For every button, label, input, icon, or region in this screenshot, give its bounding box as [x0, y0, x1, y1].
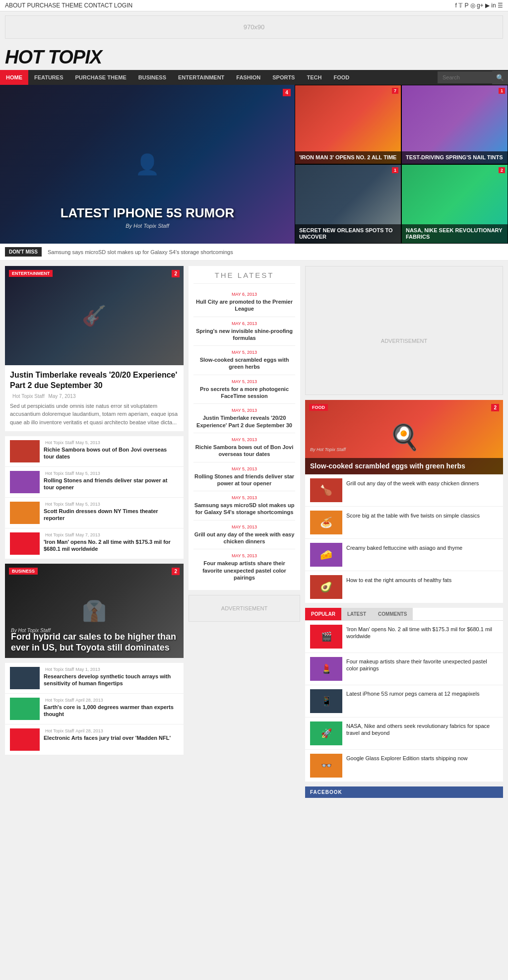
small-title-4[interactable]: 'Iron Man' opens No. 2 all time with $17… — [44, 538, 179, 553]
nav-food[interactable]: FOOD — [327, 70, 355, 85]
latest-item-title-4[interactable]: Pro secrets for a more photogenic FaceTi… — [193, 386, 295, 400]
tab-latest[interactable]: LATEST — [341, 608, 372, 620]
food-img[interactable]: 🍳 FOOD 2 By Hot Topix Staff Slow-cooked … — [305, 400, 503, 474]
pop-thumb-1[interactable]: 🎬 — [310, 625, 342, 649]
tab-popular[interactable]: POPULAR — [305, 608, 341, 620]
latest-item-title-8[interactable]: Samsung says microSD slot makes up for G… — [193, 502, 295, 516]
food-thumb-3[interactable]: 🧀 — [310, 543, 342, 567]
pop-title-3[interactable]: Latest iPhone 5S rumor pegs camera at 12… — [346, 690, 479, 697]
biz-small-article-1: Hot Topix StaffMay 1, 2013 Researchers d… — [5, 663, 184, 694]
latest-item-title-6[interactable]: Richie Sambora bows out of Bon Jovi over… — [193, 444, 295, 458]
hero-grid-item-3[interactable]: 1 SECRET NEW ORLEANS SPOTS TO UNCOVER — [295, 164, 401, 244]
hero-grid-item-2[interactable]: 1 TEST-DRIVING SPRING'S NAIL TINTS — [401, 85, 508, 164]
mid-ad: ADVERTISEMENT — [189, 595, 300, 622]
food-item-title-2[interactable]: Score big at the table with five twists … — [346, 512, 480, 519]
pop-title-4[interactable]: NASA, Nike and others seek revolutionary… — [346, 722, 498, 737]
nav-features[interactable]: FEATURES — [28, 70, 69, 85]
instagram-icon[interactable]: ◎ — [470, 2, 475, 9]
tab-comments[interactable]: COMMENTS — [372, 608, 413, 620]
hero-grid-title-2: TEST-DRIVING SPRING'S NAIL TINTS — [406, 154, 504, 161]
small-title-3[interactable]: Scott Rudin dresses down NY Times theate… — [44, 508, 179, 522]
pop-title-1[interactable]: 'Iron Man' opens No. 2 all time with $17… — [346, 626, 498, 640]
youtube-icon[interactable]: ▶ — [485, 2, 490, 9]
nav-contact[interactable]: CONTACT — [84, 2, 113, 9]
small-art-content-3: Hot Topix StaffMay 5, 2013 Scott Rudin d… — [44, 502, 179, 522]
food-thumb-2[interactable]: 🍝 — [310, 511, 342, 534]
pop-title-5[interactable]: Google Glass Explorer Edition starts shi… — [346, 755, 468, 762]
food-item-title-1[interactable]: Grill out any day of the week with easy … — [346, 480, 479, 487]
nav-sports[interactable]: SPORTS — [266, 70, 301, 85]
entertainment-date: May 7, 2013 — [48, 393, 75, 399]
site-logo[interactable]: HOT TOPIX — [5, 47, 503, 68]
ad-banner: 970x90 — [5, 15, 503, 39]
nav-purchase[interactable]: PURCHASE THEME — [27, 2, 82, 9]
hero-grid-item-4[interactable]: 2 NASA, NIKE SEEK REVOLUTIONARY FABRICS — [401, 164, 508, 244]
biz-title-2[interactable]: Earth's core is 1,000 degrees warmer tha… — [44, 704, 179, 718]
facebook-icon[interactable]: f — [455, 2, 456, 9]
hero-grid-badge-1: 7 — [392, 88, 398, 94]
small-title-1[interactable]: Richie Sambora bows out of Bon Jovi over… — [44, 446, 179, 460]
entertainment-feat-title[interactable]: Justin Timberlake reveals '20/20 Experie… — [10, 370, 179, 391]
latest-item-title-5[interactable]: Justin Timberlake reveals '20/20 Experie… — [193, 414, 295, 429]
food-feat-title[interactable]: Slow-cooked scrambled eggs with green he… — [310, 462, 498, 470]
search-button[interactable]: 🔍 — [492, 71, 508, 84]
pop-thumb-4[interactable]: 🚀 — [310, 721, 342, 745]
latest-item-title-9[interactable]: Grill out any day of the week with easy … — [193, 531, 295, 545]
biz-feat-title[interactable]: Ford hybrid car sales to be higher than … — [11, 632, 178, 653]
hero-title: LATEST IPHONE 5S RUMOR By Hot Topix Staf… — [7, 205, 287, 229]
small-thumb-3[interactable] — [10, 502, 40, 524]
nav-entertainment[interactable]: ENTERTAINMENT — [172, 70, 230, 85]
latest-item-title-2[interactable]: Spring's new invisible shine-proofing fo… — [193, 327, 295, 342]
dont-miss-text[interactable]: Samsung says microSD slot makes up for G… — [48, 249, 233, 255]
nav-search: 🔍 — [438, 71, 508, 84]
food-thumb-1[interactable]: 🍗 — [310, 478, 342, 502]
small-thumb-2[interactable] — [10, 471, 40, 493]
small-thumb-4[interactable] — [10, 532, 40, 555]
hero-main[interactable]: 👤 4 LATEST IPHONE 5S RUMOR By Hot Topix … — [0, 85, 295, 244]
hero-grid-title-3: SECRET NEW ORLEANS SPOTS TO UNCOVER — [299, 227, 397, 240]
hero-grid-badge-2: 1 — [499, 88, 505, 94]
food-item-title-4[interactable]: How to eat the right amounts of healthy … — [346, 577, 451, 584]
biz-img[interactable]: 👔 BUSINESS 2 By Hot Topix Staff Ford hyb… — [5, 564, 184, 658]
nav-business[interactable]: BUSINESS — [132, 70, 172, 85]
entertainment-num-badge: 2 — [172, 270, 180, 277]
latest-item-title-3[interactable]: Slow-cooked scrambled eggs with green he… — [193, 356, 295, 371]
biz-num-badge: 2 — [172, 568, 180, 575]
nav-fashion[interactable]: FASHION — [230, 70, 266, 85]
search-input[interactable] — [438, 71, 492, 83]
food-thumb-4[interactable]: 🥑 — [310, 575, 342, 599]
biz-thumb-3[interactable] — [10, 728, 40, 751]
nav-home[interactable]: HOME — [0, 70, 28, 85]
food-item-title-3[interactable]: Creamy baked fettuccine with asiago and … — [346, 544, 462, 551]
pinterest-icon[interactable]: P — [464, 2, 468, 9]
nav-login[interactable]: LOGIN — [114, 2, 132, 9]
entertainment-feat-img[interactable]: 🎸 ENTERTAINMENT 2 — [5, 266, 184, 365]
google-plus-icon[interactable]: g+ — [477, 2, 484, 9]
pop-thumb-3[interactable]: 📱 — [310, 689, 342, 713]
latest-item-title-1[interactable]: Hull City are promoted to the Premier Le… — [193, 298, 295, 313]
small-thumb-1[interactable] — [10, 440, 40, 462]
hero-grid-item-1[interactable]: 7 'IRON MAN 3' OPENS NO. 2 ALL TIME — [295, 85, 401, 164]
small-date-2: May 5, 2013 — [75, 471, 100, 476]
nav-about[interactable]: ABOUT — [5, 2, 25, 9]
linkedin-icon[interactable]: in — [491, 2, 496, 9]
pop-title-2[interactable]: Four makeup artists share their favorite… — [346, 658, 498, 672]
latest-item-title-7[interactable]: Rolling Stones and friends deliver star … — [193, 473, 295, 487]
biz-thumb-1[interactable] — [10, 667, 40, 689]
latest-item-title-10[interactable]: Four makeup artists share their favorite… — [193, 560, 295, 581]
latest-item-5: May 5, 2013 Justin Timberlake reveals '2… — [193, 404, 295, 433]
entertainment-cat-badge: ENTERTAINMENT — [9, 270, 53, 277]
pop-thumb-2[interactable]: 💄 — [310, 657, 342, 681]
biz-title-1[interactable]: Researchers develop synthetic touch arra… — [44, 673, 179, 687]
latest-date-8: May 5, 2013 — [193, 495, 295, 500]
biz-thumb-2[interactable] — [10, 698, 40, 720]
biz-title-3[interactable]: Electronic Arts faces jury trial over 'M… — [44, 734, 171, 741]
twitter-icon[interactable]: 𝕋 — [458, 2, 463, 9]
rss-icon[interactable]: ☰ — [498, 2, 503, 9]
pop-thumb-5[interactable]: 👓 — [310, 754, 342, 778]
nav-tech[interactable]: TECH — [301, 70, 327, 85]
hero-byline: By Hot Topix Staff — [7, 223, 287, 229]
nav-purchase-theme[interactable]: PURCHASE THEME — [69, 70, 132, 85]
small-title-2[interactable]: Rolling Stones and friends deliver star … — [44, 477, 179, 491]
popular-item-3: 📱 Latest iPhone 5S rumor pegs camera at … — [305, 685, 503, 718]
